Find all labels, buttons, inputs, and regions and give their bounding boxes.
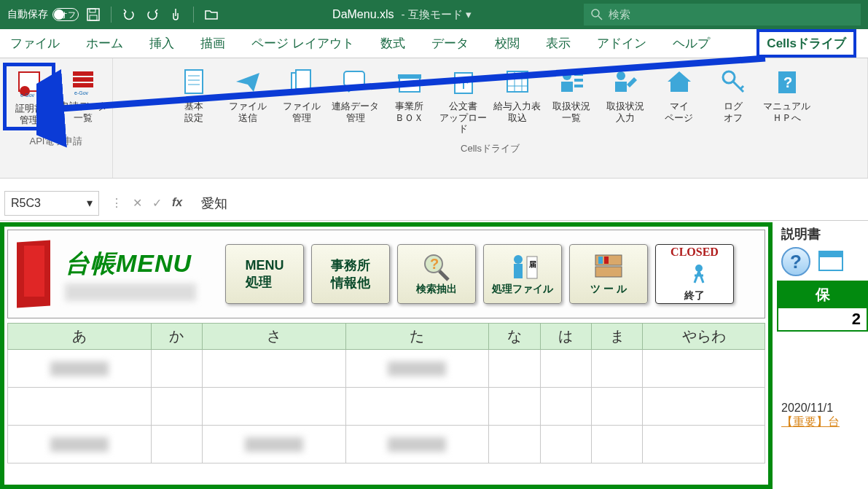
kana-col-ta[interactable]: た bbox=[345, 324, 489, 350]
btn-closed-exit[interactable]: CLOSED 終了 bbox=[655, 244, 734, 304]
cell[interactable] bbox=[489, 350, 540, 388]
btn-office-info[interactable]: 事務所 情報他 bbox=[311, 244, 390, 304]
tab-data[interactable]: データ bbox=[429, 31, 472, 56]
save-icon[interactable] bbox=[85, 6, 102, 23]
name-box[interactable]: R5C3▾ bbox=[4, 191, 99, 216]
cell[interactable] bbox=[643, 388, 765, 426]
autosave-label: 自動保存 bbox=[7, 8, 48, 21]
btn-menu-process[interactable]: MENU 処理 bbox=[225, 244, 304, 304]
cell[interactable] bbox=[203, 388, 346, 426]
btn-contact[interactable]: 連絡データ 管理 bbox=[329, 63, 382, 138]
folder-icon[interactable] bbox=[203, 6, 220, 23]
cell[interactable] bbox=[592, 426, 643, 463]
tab-cellsdrive[interactable]: Cellsドライブ bbox=[756, 29, 856, 58]
btn-upload[interactable]: 公文書 アップロード bbox=[437, 63, 490, 138]
svg-point-32 bbox=[617, 71, 625, 80]
confirm-icon[interactable]: ✓ bbox=[152, 196, 162, 210]
cell[interactable] bbox=[8, 350, 152, 388]
cell[interactable] bbox=[592, 388, 643, 426]
kana-col-sa[interactable]: さ bbox=[203, 324, 346, 350]
btn-status1-label: 取扱状況 一覧 bbox=[552, 101, 590, 123]
compat-mode[interactable]: - 互換モード ▾ bbox=[402, 8, 472, 22]
btn-box[interactable]: 事業所 ＢＯＸ bbox=[383, 63, 436, 138]
kana-col-ka[interactable]: か bbox=[151, 324, 202, 350]
news-link[interactable]: 【重要】台 bbox=[781, 415, 840, 428]
svg-rect-9 bbox=[73, 77, 93, 82]
fx-icon[interactable]: fx bbox=[172, 196, 182, 210]
kana-col-ha[interactable]: は bbox=[540, 324, 591, 350]
btn-appdata[interactable]: e-Gov 申請データ 一覧 bbox=[57, 63, 109, 130]
tab-insert[interactable]: 挿入 bbox=[146, 31, 177, 56]
calendar-icon[interactable] bbox=[818, 247, 844, 273]
help-book-icon: ? bbox=[771, 66, 803, 98]
autosave-toggle[interactable]: 自動保存 オフ bbox=[7, 8, 79, 21]
svg-text:?: ? bbox=[783, 74, 792, 90]
cell[interactable] bbox=[151, 350, 202, 388]
btn-mypage[interactable]: マイ ページ bbox=[653, 63, 705, 138]
btn-cert-mgmt[interactable]: e-Gov 証明書 管理 bbox=[3, 63, 55, 130]
cell[interactable] bbox=[540, 426, 591, 463]
btn-payroll[interactable]: 給与入力表 取込 bbox=[491, 63, 544, 138]
dropdown-icon[interactable]: ⋮ bbox=[111, 196, 122, 210]
tab-layout[interactable]: ページ レイアウト bbox=[249, 31, 357, 56]
cell[interactable] bbox=[345, 350, 489, 388]
tab-addin[interactable]: アドイン bbox=[594, 31, 649, 56]
svg-rect-29 bbox=[574, 73, 583, 76]
btn-filemgmt[interactable]: ファイル 管理 bbox=[275, 63, 328, 138]
kana-col-yarawa[interactable]: やらわ bbox=[643, 324, 765, 350]
tab-review[interactable]: 校閲 bbox=[492, 31, 523, 56]
search-box[interactable]: 検索 bbox=[584, 4, 861, 26]
table-icon bbox=[501, 66, 533, 98]
btn-basic[interactable]: 基本 設定 bbox=[168, 63, 220, 138]
cell[interactable] bbox=[643, 426, 765, 463]
kana-col-na[interactable]: な bbox=[489, 324, 540, 350]
btn-filesend[interactable]: ファイル 送信 bbox=[222, 63, 274, 138]
formula-input[interactable] bbox=[194, 191, 864, 216]
redo-icon[interactable] bbox=[144, 6, 161, 23]
btn-filesend-label: ファイル 送信 bbox=[229, 101, 267, 123]
tab-formula[interactable]: 数式 bbox=[378, 31, 408, 56]
undo-icon[interactable] bbox=[120, 6, 138, 23]
btn-process-file[interactable]: 届処理ファイル bbox=[483, 244, 562, 304]
svg-rect-2 bbox=[90, 15, 97, 20]
sheet-main: 台帳MENU MENU 処理 事務所 情報他 ?検索抽出 届処理ファイル ツ ー… bbox=[0, 222, 773, 489]
cell[interactable] bbox=[345, 426, 489, 463]
cell[interactable] bbox=[8, 388, 152, 426]
tab-view[interactable]: 表示 bbox=[543, 31, 574, 56]
kana-table: あ か さ た な は ま やらわ bbox=[7, 323, 765, 463]
svg-text:?: ? bbox=[430, 256, 439, 272]
btn-status1[interactable]: 取扱状況 一覧 bbox=[545, 63, 598, 138]
btn-search-extract[interactable]: ?検索抽出 bbox=[397, 244, 476, 304]
help-icon[interactable]: ? bbox=[781, 247, 810, 276]
btn-tool[interactable]: ツ ー ル bbox=[569, 244, 648, 304]
touch-icon[interactable] bbox=[167, 6, 184, 23]
cell[interactable] bbox=[8, 426, 152, 463]
cell[interactable] bbox=[540, 388, 591, 426]
btn-logoff[interactable]: ログ オフ bbox=[707, 63, 759, 138]
cell[interactable] bbox=[592, 350, 643, 388]
btn-status2[interactable]: 取扱状況 入力 bbox=[599, 63, 652, 138]
cell[interactable] bbox=[345, 388, 489, 426]
cancel-icon[interactable]: ✕ bbox=[133, 196, 142, 210]
svg-rect-48 bbox=[598, 257, 603, 264]
cell[interactable] bbox=[151, 388, 202, 426]
tab-file[interactable]: ファイル bbox=[7, 31, 63, 56]
kana-col-ma[interactable]: ま bbox=[592, 324, 643, 350]
table-row bbox=[8, 350, 765, 388]
btn-manual[interactable]: ?マニュアル ＨＰへ bbox=[761, 63, 813, 138]
btn-appdata-label: 申請データ 一覧 bbox=[60, 101, 107, 123]
list-icon: e-Gov bbox=[67, 66, 99, 98]
tab-draw[interactable]: 描画 bbox=[198, 31, 228, 56]
cell[interactable] bbox=[203, 426, 346, 463]
toggle-switch[interactable]: オフ bbox=[52, 8, 79, 21]
svg-rect-10 bbox=[73, 83, 93, 87]
tab-home[interactable]: ホーム bbox=[83, 31, 126, 56]
kana-col-a[interactable]: あ bbox=[8, 324, 152, 350]
cell[interactable] bbox=[489, 426, 540, 463]
cell[interactable] bbox=[540, 350, 591, 388]
cell[interactable] bbox=[203, 350, 346, 388]
cell[interactable] bbox=[151, 426, 202, 463]
cell[interactable] bbox=[643, 350, 765, 388]
cell[interactable] bbox=[489, 388, 540, 426]
tab-help[interactable]: ヘルプ bbox=[670, 31, 713, 56]
